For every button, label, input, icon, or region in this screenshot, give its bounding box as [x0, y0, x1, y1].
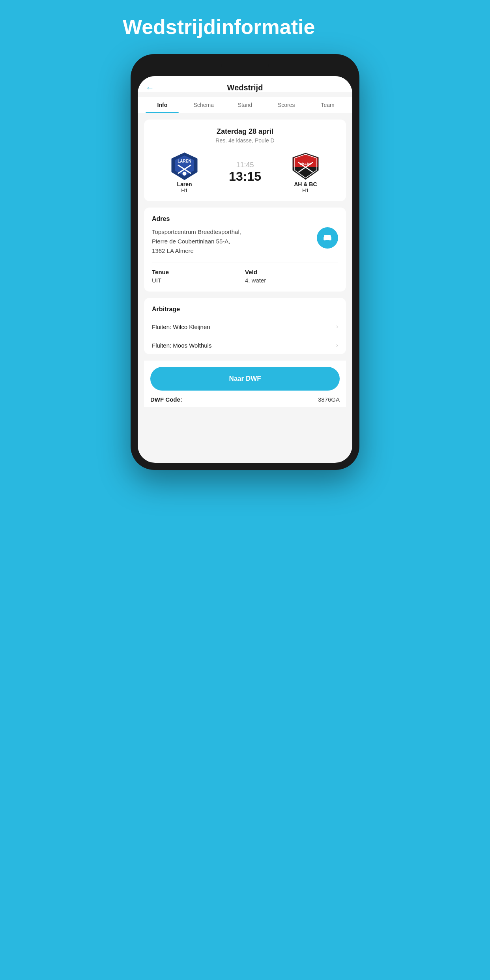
- chevron-icon-1: ›: [336, 323, 338, 330]
- details-grid: Tenue UIT Veld 4, water: [152, 262, 338, 284]
- away-team-block: ah&bc AH & BC H1: [273, 151, 338, 193]
- phone-notch: [221, 61, 269, 72]
- match-score: 13:15: [229, 169, 261, 184]
- svg-point-6: [183, 172, 187, 176]
- match-time: 11:45: [236, 161, 254, 169]
- match-card: Zaterdag 28 april Res. 4e klasse, Poule …: [144, 120, 346, 201]
- tenue-value: UIT: [152, 277, 245, 284]
- address-text: Topsportcentrum Breedtesporthal, Pierre …: [152, 227, 312, 256]
- tenue-item: Tenue UIT: [152, 269, 245, 284]
- match-league: Res. 4e klasse, Poule D: [152, 137, 338, 144]
- dwf-code-value: 3876GA: [318, 396, 340, 403]
- ahbc-logo: ah&bc: [291, 151, 320, 181]
- match-teams: LAREN Laren H1 11:45 13:15: [152, 151, 338, 193]
- car-icon: [322, 233, 333, 243]
- arbitrage-name-2: Fluiten: Moos Wolthuis: [152, 342, 211, 349]
- tenue-label: Tenue: [152, 269, 245, 275]
- address-label: Adres: [152, 215, 338, 223]
- veld-value: 4, water: [245, 277, 338, 284]
- svg-text:LAREN: LAREN: [178, 159, 191, 163]
- home-team-name: Laren: [177, 181, 192, 187]
- arbitrage-section: Arbitrage Fluiten: Wilco Kleijnen › Flui…: [144, 298, 346, 354]
- away-team-sub: H1: [302, 187, 309, 193]
- tab-team[interactable]: Team: [307, 97, 348, 113]
- app-header: ← Wedstrijd: [138, 76, 352, 92]
- dwf-code-label: DWF Code:: [150, 396, 182, 403]
- tab-schema[interactable]: Schema: [183, 97, 224, 113]
- arbitrage-label: Arbitrage: [152, 306, 338, 313]
- tab-stand[interactable]: Stand: [224, 97, 266, 113]
- veld-item: Veld 4, water: [245, 269, 338, 284]
- tab-scores[interactable]: Scores: [266, 97, 307, 113]
- tab-bar: Info Schema Stand Scores Team: [138, 97, 352, 113]
- arbitrage-item-1[interactable]: Fluiten: Wilco Kleijnen ›: [152, 318, 338, 336]
- dwf-code-row: DWF Code: 3876GA: [150, 391, 340, 407]
- main-content: Zaterdag 28 april Res. 4e klasse, Poule …: [138, 113, 352, 413]
- dwf-button[interactable]: Naar DWF: [150, 367, 340, 391]
- home-team-block: LAREN Laren H1: [152, 151, 217, 193]
- tab-info[interactable]: Info: [142, 97, 183, 113]
- away-team-name: AH & BC: [294, 181, 317, 187]
- arbitrage-name-1: Fluiten: Wilco Kleijnen: [152, 324, 210, 330]
- match-date: Zaterdag 28 april: [152, 127, 338, 136]
- address-row: Topsportcentrum Breedtesporthal, Pierre …: [152, 227, 338, 256]
- screen-title: Wedstrijd: [227, 83, 263, 92]
- map-button[interactable]: [317, 227, 338, 249]
- home-team-sub: H1: [181, 187, 188, 193]
- veld-label: Veld: [245, 269, 338, 275]
- back-button[interactable]: ←: [146, 83, 154, 93]
- laren-logo: LAREN: [170, 151, 199, 181]
- phone-notch-area: [138, 61, 352, 72]
- chevron-icon-2: ›: [336, 342, 338, 349]
- page-title: Wedstrijdinformatie: [123, 16, 367, 38]
- address-section: Adres Topsportcentrum Breedtesporthal, P…: [144, 208, 346, 292]
- phone-shell: ← Wedstrijd Info Schema Stand Scores Tea…: [131, 54, 359, 470]
- arbitrage-item-2[interactable]: Fluiten: Moos Wolthuis ›: [152, 336, 338, 354]
- dwf-section: Naar DWF DWF Code: 3876GA: [144, 361, 346, 407]
- phone-screen: ← Wedstrijd Info Schema Stand Scores Tea…: [138, 76, 352, 463]
- score-block: 11:45 13:15: [229, 161, 261, 184]
